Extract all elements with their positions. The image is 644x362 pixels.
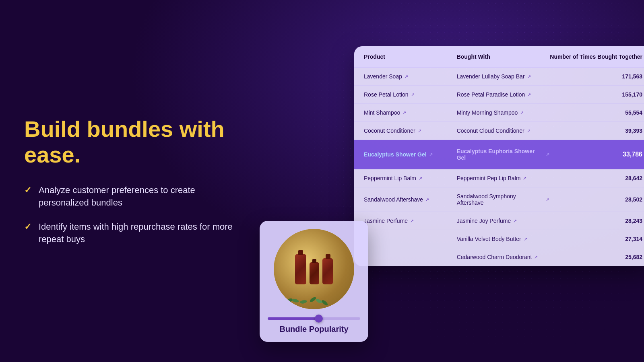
table-row: Jasmine Perfume ↗ Jasmine Joy Perfume ↗ … <box>354 212 644 230</box>
headline: Build bundles with ease. <box>24 116 237 168</box>
left-section: Build bundles with ease. ✓ Analyze custo… <box>0 0 262 362</box>
table-row: Mint Shampoo ↗ Minty Morning Shampoo ↗ 5… <box>354 104 644 122</box>
checkmark-icon-2: ✓ <box>24 222 31 232</box>
feature-text-2: Identify items with high repurchase rate… <box>39 221 237 246</box>
table-row: Sandalwood Aftershave ↗ Sandalwood Symph… <box>354 187 644 212</box>
feature-list: ✓ Analyze customer preferences to create… <box>24 184 237 246</box>
leaf-icon <box>321 299 328 306</box>
cell-bought-with: Lavender Lullaby Soap Bar ↗ <box>457 73 550 80</box>
external-link-icon[interactable]: ↗ <box>527 92 531 97</box>
slider-track <box>268 317 360 320</box>
bundle-image <box>274 229 354 309</box>
bottle-tall <box>295 254 306 284</box>
table-row: Coconut Conditioner ↗ Coconut Cloud Cond… <box>354 122 644 140</box>
highlighted-row-wrapper: Eucalyptus Shower Gel ↗ Eucalyptus Eupho… <box>354 140 644 169</box>
col-header-bought-with: Bought With <box>457 53 550 60</box>
feature-item-2: ✓ Identify items with high repurchase ra… <box>24 221 237 246</box>
cell-count: 171,563 <box>549 73 642 80</box>
bundle-label: Bundle Popularity <box>268 325 360 334</box>
table-header: Product Bought With Number of Times Boug… <box>354 46 644 68</box>
col-header-count: Number of Times Bought Together <box>549 53 642 60</box>
bundle-popularity-card: Bundle Popularity <box>260 221 368 342</box>
cell-bought-with: Minty Morning Shampoo ↗ <box>457 109 550 116</box>
table-row: Vanilla Velvet Body Butter ↗ 27,314 <box>354 230 644 248</box>
table-row: Lavender Soap ↗ Lavender Lullaby Soap Ba… <box>354 68 644 86</box>
cell-count: 27,314 <box>549 236 642 242</box>
cell-bought-with: Peppermint Pep Lip Balm ↗ <box>457 175 550 181</box>
bottle-short <box>310 262 319 284</box>
cell-product: Peppermint Lip Balm ↗ <box>364 175 457 181</box>
cell-product: Lavender Soap ↗ <box>364 73 457 80</box>
table-row: Peppermint Lip Balm ↗ Peppermint Pep Lip… <box>354 169 644 187</box>
external-link-icon[interactable]: ↗ <box>429 152 433 157</box>
feature-text-1: Analyze customer preferences to create p… <box>39 184 237 209</box>
popularity-slider[interactable] <box>268 317 360 320</box>
bottle-group <box>295 254 333 284</box>
external-link-icon[interactable]: ↗ <box>419 176 422 181</box>
col-header-product: Product <box>364 53 457 60</box>
cell-product: Rose Petal Lotion ↗ <box>364 91 457 98</box>
cell-count: 28,243 <box>549 218 642 224</box>
slider-thumb[interactable] <box>315 315 323 323</box>
cell-product: Coconut Conditioner ↗ <box>364 128 457 134</box>
cell-count: 25,682 <box>549 254 642 260</box>
external-link-icon[interactable]: ↗ <box>534 255 538 260</box>
external-link-icon[interactable]: ↗ <box>523 176 526 181</box>
bottle-tall-2 <box>322 258 333 284</box>
cell-count-highlighted: 33,786 <box>549 151 642 158</box>
external-link-icon[interactable]: ↗ <box>546 197 549 202</box>
feature-item-1: ✓ Analyze customer preferences to create… <box>24 184 237 209</box>
leaf-icon <box>299 300 307 304</box>
external-link-icon[interactable]: ↗ <box>425 197 429 202</box>
checkmark-icon-1: ✓ <box>24 185 31 195</box>
external-link-icon[interactable]: ↗ <box>527 74 531 79</box>
right-section: Product Bought With Number of Times Boug… <box>354 46 644 266</box>
cell-bought-with: Vanilla Velvet Body Butter ↗ <box>457 236 550 242</box>
external-link-icon[interactable]: ↗ <box>418 128 421 134</box>
slider-fill <box>268 317 319 320</box>
external-link-icon[interactable]: ↗ <box>520 110 524 115</box>
cell-count: 55,554 <box>549 109 642 116</box>
cell-product-highlighted: Eucalyptus Shower Gel ↗ <box>364 151 457 158</box>
cell-count: 28,642 <box>549 175 642 181</box>
cell-count: 155,170 <box>549 91 642 98</box>
cell-bought-with: Coconut Cloud Conditioner ↗ <box>457 128 550 134</box>
table-row: Rose Petal Lotion ↗ Rose Petal Paradise … <box>354 86 644 104</box>
product-table-card: Product Bought With Number of Times Boug… <box>354 46 644 266</box>
table-row: Cedarwood Charm Deodorant ↗ 25,682 <box>354 248 644 266</box>
bundle-circle <box>274 229 354 309</box>
external-link-icon[interactable]: ↗ <box>410 218 414 224</box>
cell-product: Jasmine Perfume ↗ <box>364 218 457 224</box>
cell-bought-with: Rose Petal Paradise Lotion ↗ <box>457 91 550 98</box>
cell-bought-with: Sandalwood Symphony Aftershave ↗ <box>457 193 550 206</box>
table-row-highlighted: Eucalyptus Shower Gel ↗ Eucalyptus Eupho… <box>354 140 644 169</box>
external-link-icon[interactable]: ↗ <box>527 128 530 134</box>
cell-count: 39,393 <box>549 128 642 134</box>
leaf-icon <box>291 298 299 303</box>
cell-bought-with: Jasmine Joy Perfume ↗ <box>457 218 550 224</box>
external-link-icon[interactable]: ↗ <box>524 237 527 242</box>
cell-bought-with: Cedarwood Charm Deodorant ↗ <box>457 254 550 260</box>
external-link-icon[interactable]: ↗ <box>513 218 517 224</box>
external-link-icon[interactable]: ↗ <box>405 74 408 79</box>
cell-bought-with-highlighted: Eucalyptus Euphoria Shower Gel ↗ <box>457 148 550 161</box>
cell-count: 28,502 <box>549 196 642 203</box>
cell-product: Mint Shampoo ↗ <box>364 109 457 116</box>
external-link-icon[interactable]: ↗ <box>546 152 549 157</box>
cell-product: Sandalwood Aftershave ↗ <box>364 196 457 203</box>
external-link-icon[interactable]: ↗ <box>411 92 415 97</box>
external-link-icon[interactable]: ↗ <box>402 110 406 115</box>
